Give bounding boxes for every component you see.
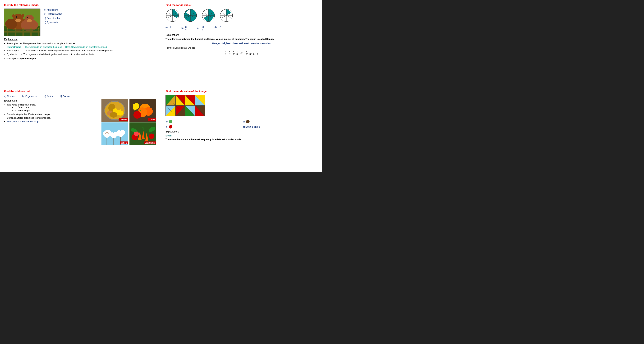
brown-circle	[246, 120, 250, 123]
mode-opt-a: a)	[166, 120, 241, 123]
option-a: a) Autotrophs	[44, 8, 62, 11]
bullet-symbiosis: Symbiosis – The organisms which live tog…	[4, 53, 156, 56]
mode-opt-d: d) Both b and c	[242, 126, 318, 128]
panel3-left: Explanation: Two types of crops are ther…	[4, 99, 98, 145]
svg-rect-18	[38, 28, 40, 36]
red-circle	[169, 125, 172, 128]
sub-crop-types: i. Food crops ii. Fiber crops	[7, 106, 98, 112]
opt3-d: d) Cotton	[60, 95, 70, 98]
mode-opt-a-label: a)	[166, 120, 168, 123]
mode-opt-c-label: c)	[166, 126, 168, 128]
mode-label: Mode:	[166, 134, 318, 137]
panel1-options: a) Autotrophs b) Heterotrophs c) Saprotr…	[44, 8, 62, 36]
diagram-fractions: 38, 18, 58, 78 (or) 58, 78, 38, 18	[166, 50, 318, 55]
panel1-content: a) Autotrophs b) Heterotrophs c) Saprotr…	[4, 8, 156, 36]
svg-point-61	[110, 112, 118, 118]
bullet-autotrophs: Autotrophs – They prepare their own food…	[4, 42, 156, 44]
svg-point-68	[134, 111, 141, 119]
cotton-image: Cotton	[101, 122, 128, 145]
mode-opt-b-label: b)	[242, 120, 245, 123]
mode-opt-c: c)	[166, 125, 241, 128]
svg-point-10	[27, 17, 28, 18]
svg-rect-71	[114, 137, 114, 145]
fruits-image: Fruits	[129, 99, 156, 122]
bullet-food-crops: Cereals, Vegetables, Fruits are food cro…	[4, 113, 98, 116]
panel3-main-content: Explanation: Two types of crops are ther…	[4, 99, 156, 145]
panel3-bullets: Two types of crops are there. i. Food cr…	[4, 104, 98, 123]
svg-point-8	[27, 19, 32, 22]
panel4-title: Find the mode value of the image:	[166, 90, 318, 93]
svg-rect-15	[15, 28, 16, 36]
fiber-crops: ii. Fiber crops	[12, 109, 98, 112]
fraction-c: −34	[200, 26, 204, 31]
panel-odd-one-out: Find the odd one out. a) Cereals b) Vege…	[0, 86, 161, 172]
svg-point-60	[116, 104, 122, 110]
fraction-b: 34	[185, 26, 187, 31]
vegetables-label: Vegetables	[144, 142, 156, 144]
opt3-c: c) Fruits	[44, 95, 53, 98]
food-image-grid: Cereals	[101, 99, 156, 145]
panel3-right: Cereals	[101, 99, 156, 145]
svg-rect-17	[30, 28, 32, 36]
panel3-explanation-heading: Explanation:	[4, 99, 98, 102]
bullet-cotton: Cotton is a fiber crop used to make fabr…	[4, 116, 98, 119]
bullet-heterotrophs: Heterotrophs – They depends on plants fo…	[4, 46, 156, 48]
svg-point-62	[118, 111, 124, 116]
mode-opt-b: b)	[242, 120, 318, 123]
panel1-title: Identify the following image.	[4, 4, 156, 6]
bullet-two-types: Two types of crops are there. i. Food cr…	[4, 104, 98, 112]
svg-point-7	[16, 19, 21, 22]
mode-opt-d-label: d) Both b and c	[242, 126, 260, 128]
opt3-b: b) Vegetables	[22, 95, 37, 98]
panel1-explanation-heading: Explanation:	[4, 38, 156, 41]
panel-mode-value: Find the mode value of the image:	[161, 86, 322, 172]
pie-3	[202, 8, 215, 23]
cereals-label: Cereals	[119, 118, 128, 121]
svg-rect-16	[22, 28, 24, 36]
option-c: c) Saprotrophs	[44, 17, 62, 20]
mode-image-container	[166, 95, 318, 117]
panel4-explanation-heading: Explanation:	[166, 130, 318, 133]
bullet-saprotrophs: Saprotrophs – The mode of nutrition in w…	[4, 49, 156, 52]
pie-charts-row	[166, 8, 318, 23]
svg-rect-13	[4, 31, 40, 32]
svg-point-82	[120, 130, 125, 135]
cow-image	[4, 8, 40, 36]
mode-answer-options: a) b) c) d) Both b and c	[166, 120, 318, 128]
green-circle	[169, 120, 172, 123]
explanation-text: The difference between the highest and l…	[166, 38, 318, 40]
fruits-label: Fruits	[148, 118, 156, 121]
pie-1	[166, 8, 179, 23]
pie-2	[184, 8, 197, 23]
svg-rect-14	[7, 28, 8, 36]
panel1-bullets: Autotrophs – They prepare their own food…	[4, 42, 156, 56]
range-formula: Range = Highest observation – Lowest obs…	[166, 42, 318, 45]
range-answer-options: a) 1 b) 34 c) −34 d) - 1	[166, 26, 318, 31]
pie-4	[220, 8, 233, 23]
panel3-options: a) Cereals b) Vegetables c) Fruits d) Co…	[4, 95, 156, 98]
option-b: b) Heterotrophs	[44, 13, 62, 16]
mode-text: The value that appears the most frequent…	[166, 138, 318, 140]
vegetables-image: Vegetables	[129, 122, 156, 145]
panel-identify-image: Identify the following image.	[0, 0, 161, 86]
svg-point-9	[16, 16, 17, 18]
diagram-intro: For the given diagram we get,	[166, 46, 318, 49]
panel2-explanation-heading: Explanation:	[166, 34, 318, 36]
range-opt-b: b) 34	[182, 26, 187, 31]
cotton-label: Cotton	[120, 142, 128, 144]
panel3-title: Find the odd one out.	[4, 90, 156, 93]
opt3-a: a) Cereals	[4, 95, 16, 98]
panel1-correct: Correct option: b) Heterotrophs	[4, 57, 156, 60]
cereals-image: Cereals	[101, 99, 128, 122]
panel2-title: Find the range value:	[166, 4, 318, 6]
panel-range-value: Find the range value:	[161, 0, 322, 86]
range-opt-d: d) - 1	[214, 26, 221, 31]
main-grid: Identify the following image.	[0, 0, 322, 172]
svg-point-85	[149, 134, 154, 139]
range-opt-c: c) −34	[197, 26, 204, 31]
option-d: d) Symbiosis	[44, 21, 62, 24]
food-crops: i. Food crops	[12, 106, 98, 108]
range-opt-a: a) 1	[166, 26, 171, 31]
bullet-not-food: Thus, cotton is not a food crop	[4, 120, 98, 123]
